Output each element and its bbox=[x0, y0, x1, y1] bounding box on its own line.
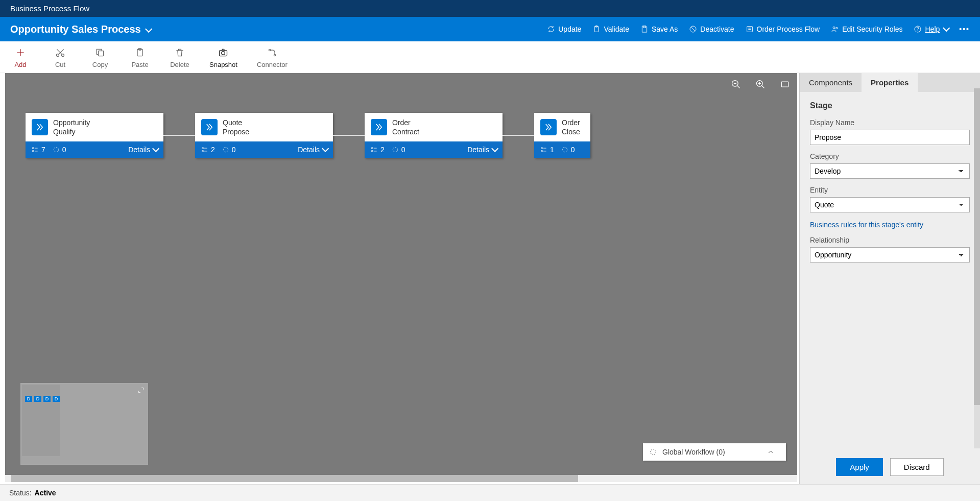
help-label: Help bbox=[925, 25, 940, 33]
workflows-count: 0 bbox=[222, 146, 236, 154]
minimap-viewport[interactable] bbox=[22, 385, 60, 456]
relationship-select[interactable]: Opportunity bbox=[810, 247, 970, 263]
svg-rect-24 bbox=[202, 148, 203, 149]
stage-card-contract[interactable]: Order Contract 2 0 Details bbox=[365, 113, 503, 158]
canvas[interactable]: Opportunity Qualify 7 0 Details bbox=[5, 73, 797, 482]
business-rules-link[interactable]: Business rules for this stage's entity bbox=[810, 221, 970, 229]
copy-tool[interactable]: Copy bbox=[90, 47, 110, 68]
connector-tool[interactable]: Connector bbox=[257, 47, 288, 68]
security-label: Edit Security Roles bbox=[842, 25, 902, 33]
details-toggle[interactable]: Details bbox=[128, 146, 157, 154]
stage-footer: 7 0 Details bbox=[26, 141, 163, 158]
stage-icon bbox=[32, 119, 48, 135]
discard-button[interactable]: Discard bbox=[890, 458, 944, 476]
stage-footer: 2 0 Details bbox=[195, 141, 333, 158]
cut-label: Cut bbox=[55, 61, 65, 68]
connector-line bbox=[163, 135, 195, 136]
paste-tool[interactable]: Paste bbox=[130, 47, 150, 68]
details-toggle[interactable]: Details bbox=[298, 146, 327, 154]
category-label: Category bbox=[810, 152, 970, 160]
validate-button[interactable]: Validate bbox=[592, 25, 629, 33]
security-button[interactable]: Edit Security Roles bbox=[831, 25, 902, 33]
stage-card-close[interactable]: Order Close 1 0 bbox=[534, 113, 590, 158]
zoom-out-icon[interactable] bbox=[731, 79, 741, 89]
help-button[interactable]: Help bbox=[914, 25, 948, 33]
category-select[interactable]: Develop bbox=[810, 163, 970, 179]
stage-icon bbox=[540, 119, 557, 135]
order-icon bbox=[746, 25, 754, 33]
delete-tool[interactable]: Delete bbox=[170, 47, 190, 68]
camera-icon bbox=[218, 47, 228, 58]
properties-panel: Components Properties Stage Display Name… bbox=[799, 73, 980, 484]
global-workflow-bar[interactable]: Global Workflow (0) bbox=[643, 443, 786, 461]
stage-title: Order Close bbox=[562, 118, 580, 136]
tab-properties[interactable]: Properties bbox=[862, 73, 918, 92]
stage-entity: Order bbox=[562, 118, 580, 127]
apply-button[interactable]: Apply bbox=[836, 458, 883, 476]
snapshot-label: Snapshot bbox=[209, 61, 237, 68]
cut-icon bbox=[55, 47, 65, 58]
header-actions: Update Validate Save As Deactivate Order… bbox=[547, 25, 970, 33]
global-workflow-label: Global Workflow (0) bbox=[662, 448, 725, 456]
more-button[interactable]: ••• bbox=[959, 25, 970, 33]
svg-rect-25 bbox=[202, 151, 203, 152]
stage-footer: 1 0 bbox=[534, 141, 590, 158]
chevron-down-icon bbox=[943, 25, 948, 33]
relationship-label: Relationship bbox=[810, 236, 970, 244]
chevron-down-icon bbox=[322, 146, 327, 154]
fit-icon[interactable] bbox=[780, 79, 790, 89]
canvas-wrap: Opportunity Qualify 7 0 Details bbox=[0, 73, 799, 484]
svg-rect-11 bbox=[99, 51, 104, 56]
entity-select[interactable]: Quote bbox=[810, 197, 970, 212]
scrollbar-thumb[interactable] bbox=[11, 475, 578, 482]
minimap-node: D bbox=[43, 396, 51, 402]
panel-footer: Apply Discard bbox=[800, 450, 980, 484]
svg-point-29 bbox=[393, 148, 397, 152]
zoom-in-icon[interactable] bbox=[755, 79, 766, 89]
scrollbar-thumb[interactable] bbox=[974, 88, 980, 405]
header-bar: Opportunity Sales Process Update Validat… bbox=[0, 17, 980, 41]
svg-point-15 bbox=[222, 52, 225, 55]
update-button[interactable]: Update bbox=[547, 25, 581, 33]
add-label: Add bbox=[14, 61, 26, 68]
snapshot-tool[interactable]: Snapshot bbox=[209, 47, 237, 68]
vertical-scrollbar[interactable] bbox=[974, 88, 980, 448]
chevron-down-icon bbox=[145, 23, 150, 35]
stage-name: Qualify bbox=[53, 127, 90, 136]
add-tool[interactable]: Add bbox=[10, 47, 31, 68]
flow-container: Opportunity Qualify 7 0 Details bbox=[26, 113, 590, 158]
stage-card-qualify[interactable]: Opportunity Qualify 7 0 Details bbox=[26, 113, 163, 158]
stage-footer: 2 0 Details bbox=[365, 141, 503, 158]
workflows-count: 0 bbox=[392, 146, 405, 154]
connector-icon bbox=[267, 47, 277, 58]
paste-icon bbox=[135, 47, 145, 58]
svg-point-16 bbox=[269, 49, 270, 51]
minimap[interactable]: D D D D bbox=[20, 383, 148, 465]
save-as-button[interactable]: Save As bbox=[640, 25, 678, 33]
stage-card-propose[interactable]: Quote Propose 2 0 Details bbox=[195, 113, 333, 158]
order-flow-button[interactable]: Order Process Flow bbox=[746, 25, 820, 33]
toolbar: Add Cut Copy Paste Delete Snapshot Conne… bbox=[0, 41, 980, 73]
cut-tool[interactable]: Cut bbox=[50, 47, 70, 68]
stage-name: Close bbox=[562, 127, 580, 136]
stage-title: Order Contract bbox=[392, 118, 419, 136]
minimap-nodes: D D D D bbox=[25, 396, 60, 402]
horizontal-scrollbar[interactable] bbox=[5, 475, 797, 482]
save-as-label: Save As bbox=[652, 25, 678, 33]
expand-icon[interactable] bbox=[137, 387, 145, 394]
svg-point-23 bbox=[54, 148, 58, 152]
deactivate-button[interactable]: Deactivate bbox=[689, 25, 734, 33]
panel-body: Stage Display Name Category Develop Enti… bbox=[800, 92, 980, 450]
entity-label: Entity bbox=[810, 186, 970, 194]
process-title[interactable]: Opportunity Sales Process bbox=[10, 23, 150, 35]
status-bar: Status: Active bbox=[0, 484, 980, 501]
details-toggle[interactable]: Details bbox=[467, 146, 496, 154]
delete-label: Delete bbox=[170, 61, 189, 68]
trash-icon bbox=[175, 47, 185, 58]
chevron-down-icon bbox=[152, 146, 157, 154]
display-name-input[interactable] bbox=[810, 130, 970, 145]
tab-components[interactable]: Components bbox=[800, 73, 862, 92]
svg-point-17 bbox=[274, 54, 275, 56]
plus-icon bbox=[15, 47, 26, 58]
stage-name: Propose bbox=[223, 127, 249, 136]
